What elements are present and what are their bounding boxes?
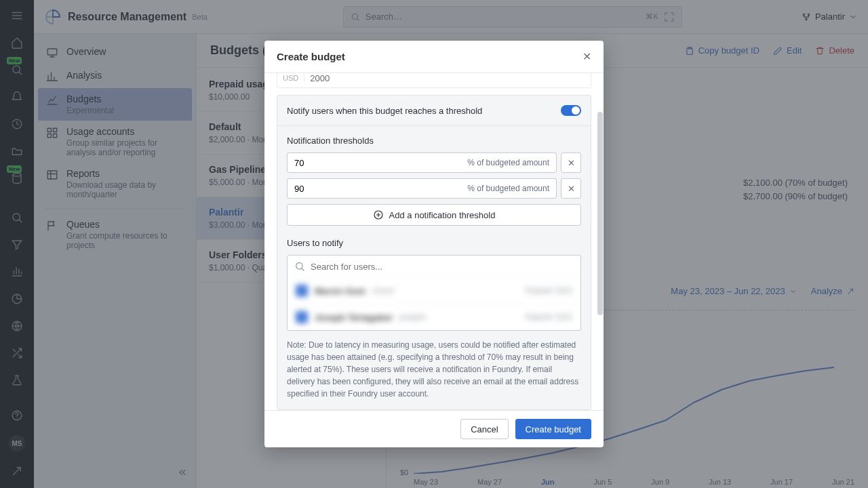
svg-point-19 [296,263,302,269]
notify-toggle[interactable] [561,105,581,116]
notification-note: Note: Due to latency in measuring usage,… [287,339,581,400]
remove-threshold-button[interactable]: ✕ [561,178,581,199]
threshold-input[interactable] [288,184,460,194]
add-threshold-button[interactable]: Add a notification threshold [287,204,581,226]
user-row[interactable]: Joseph Terlagabor josepht Palantir SSO [288,304,580,330]
currency-label: USD [277,74,304,82]
modal-body: USD Notify users when this budget reache… [264,73,604,410]
user-handle: josepht [399,312,426,322]
close-icon[interactable]: ✕ [583,50,591,63]
user-name: Marvin Gum [315,286,366,296]
threshold-input[interactable] [288,158,460,168]
amount-input[interactable] [304,73,591,83]
threshold-suffix: % of budgeted amount [460,158,556,167]
notify-toggle-label: Notify users when this budget reaches a … [287,106,482,116]
user-search-input[interactable] [311,262,574,272]
cancel-button[interactable]: Cancel [460,419,508,439]
add-threshold-label: Add a notification threshold [389,210,496,220]
users-heading: Users to notify [287,238,581,248]
scrollbar-thumb[interactable] [597,112,603,315]
user-name: Joseph Terlagabor [315,312,393,323]
user-org: Palantir SSO [526,312,572,322]
modal-title: Create budget [277,51,345,62]
amount-input-row: USD [277,73,591,88]
plus-circle-icon [373,209,384,220]
notification-section: Notify users when this budget reaches a … [277,95,591,410]
user-row[interactable]: Marvin Gum msum Palantir SSO [288,277,580,304]
search-icon [294,261,305,272]
threshold-row: % of budgeted amount ✕ [287,178,581,199]
user-handle: msum [372,286,395,296]
modal-header: Create budget ✕ [264,41,604,73]
user-avatar [296,311,308,323]
create-budget-button[interactable]: Create budget [515,419,591,439]
thresholds-heading: Notification thresholds [287,136,581,146]
user-avatar [296,285,308,297]
user-search: Marvin Gum msum Palantir SSO Joseph Terl… [287,255,581,331]
modal-footer: Cancel Create budget [264,410,604,447]
remove-threshold-button[interactable]: ✕ [561,152,581,173]
user-org: Palantir SSO [526,286,572,296]
threshold-row: % of budgeted amount ✕ [287,152,581,173]
threshold-suffix: % of budgeted amount [460,184,556,193]
create-budget-modal: Create budget ✕ USD Notify users when th… [264,41,604,447]
